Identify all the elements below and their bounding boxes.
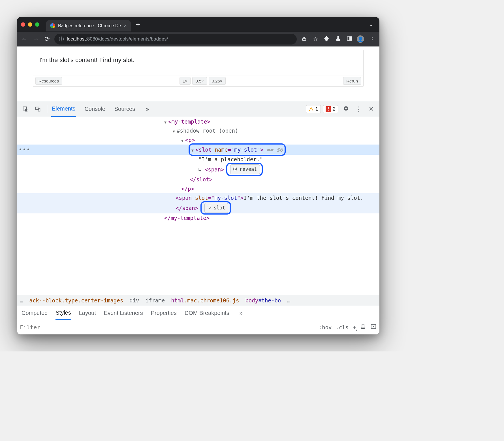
browser-window: Badges reference - Chrome De × + ⌄ ← → ⟳… (17, 17, 379, 334)
styles-filter-row: :hov .cls +▾ (17, 320, 379, 334)
svg-rect-2 (350, 37, 352, 40)
devtools-menu-icon[interactable]: ⋮ (353, 105, 364, 113)
subtab-dom-breakpoints[interactable]: DOM Breakpoints (185, 306, 229, 320)
warnings-count: 1 (315, 106, 318, 112)
tab-console[interactable]: Console (84, 101, 106, 117)
zoom-025x-button[interactable]: 0.25× (209, 77, 226, 85)
demo-footer: Resources 1× 0.5× 0.25× Rerun (33, 75, 363, 86)
url-input[interactable]: ⓘ localhost:8080/docs/devtools/elements/… (54, 34, 297, 44)
crumb-item[interactable]: html.mac.chrome106.js (171, 297, 239, 304)
row-actions-icon[interactable]: ••• (19, 145, 31, 154)
highlight-ring: reveal (227, 164, 262, 175)
crumb-overflow-right[interactable]: … (287, 297, 290, 304)
dom-row-slot-close[interactable]: </slot> (17, 175, 379, 184)
page-viewport: I'm the slot's content! Find my slot. Re… (17, 46, 379, 87)
share-icon[interactable] (300, 36, 308, 43)
new-style-rule-icon[interactable]: +▾ (353, 324, 356, 331)
dom-row-placeholder-text[interactable]: "I'm a placeholder." (17, 155, 379, 164)
site-info-icon[interactable]: ⓘ (59, 36, 64, 43)
toggle-sidebar-icon[interactable] (370, 323, 377, 331)
devtools-close-icon[interactable]: ✕ (366, 105, 376, 113)
back-button[interactable]: ← (20, 35, 28, 43)
reveal-target-icon (233, 167, 238, 172)
subtab-styles[interactable]: Styles (55, 306, 71, 320)
device-toggle-icon[interactable] (33, 104, 43, 114)
crumb-item[interactable]: div (129, 297, 139, 304)
slot-target-icon (208, 206, 212, 210)
dom-row-shadow-root[interactable]: ▼#shadow-root (open) (17, 126, 379, 135)
dom-row-span-slotted[interactable]: <span slot="my-slot">I'm the slot's cont… (17, 193, 379, 213)
rerun-button[interactable]: Rerun (343, 77, 361, 85)
chrome-favicon-icon (50, 23, 55, 28)
tab-elements[interactable]: Elements (51, 101, 76, 117)
expand-caret-icon[interactable]: ▼ (164, 119, 168, 126)
crumb-item[interactable]: iframe (146, 297, 165, 304)
slot-badge[interactable]: slot (204, 203, 228, 213)
crumb-overflow-left[interactable]: … (20, 297, 23, 304)
highlight-ring: slot (202, 202, 230, 213)
fullscreen-button[interactable] (35, 22, 39, 27)
hov-toggle[interactable]: :hov (319, 324, 332, 330)
dom-tree[interactable]: ▼<my-template> ▼#shadow-root (open) ▼<p>… (17, 117, 379, 295)
labs-flask-icon[interactable] (334, 36, 342, 43)
dom-breadcrumb[interactable]: … ack--block.type.center-images div ifra… (17, 295, 379, 306)
tabs-dropdown-icon[interactable]: ⌄ (367, 21, 375, 27)
crumb-item[interactable]: ack--block.type.center-images (29, 297, 123, 304)
browser-tab[interactable]: Badges reference - Chrome De × (46, 20, 131, 31)
url-port: :8080 (86, 36, 98, 42)
new-tab-button[interactable]: + (134, 20, 142, 29)
browser-menu-icon[interactable]: ⋮ (368, 36, 376, 43)
devtools-toolbar: Elements Console Sources » 1 ! 2 ⋮ ✕ (17, 101, 379, 117)
extensions-puzzle-icon[interactable] (323, 36, 331, 43)
demo-body-text: I'm the slot's content! Find my slot. (33, 50, 363, 75)
devtools-panel: Elements Console Sources » 1 ! 2 ⋮ ✕ (17, 101, 379, 334)
tab-strip: Badges reference - Chrome De × + ⌄ (17, 17, 379, 32)
expand-caret-icon[interactable]: ▼ (191, 147, 195, 154)
minimize-window-button[interactable] (28, 22, 32, 27)
close-window-button[interactable] (21, 22, 25, 27)
highlight-ring: ▼<slot name="my-slot"> == $0 (190, 145, 285, 155)
subtab-properties[interactable]: Properties (151, 306, 177, 320)
demo-frame: I'm the slot's content! Find my slot. Re… (33, 50, 364, 87)
subtab-event-listeners[interactable]: Event Listeners (104, 306, 143, 320)
reload-button[interactable]: ⟳ (43, 35, 51, 43)
dom-row-my-template-close[interactable]: </my-template> (17, 213, 379, 222)
warnings-badge[interactable]: 1 (306, 105, 321, 113)
dom-row-reveal-link[interactable]: ↳ <span> reveal (17, 164, 379, 175)
window-controls (21, 22, 39, 27)
dom-row-p-open[interactable]: ▼<p> (17, 135, 379, 145)
styles-filter-input[interactable] (20, 324, 315, 331)
bookmark-star-icon[interactable]: ☆ (311, 36, 319, 43)
paint-brush-icon[interactable] (360, 323, 366, 331)
resources-button[interactable]: Resources (35, 77, 62, 85)
dom-row-my-template-open[interactable]: ▼<my-template> (17, 117, 379, 126)
subtab-computed[interactable]: Computed (22, 306, 48, 320)
zoom-05x-button[interactable]: 0.5× (192, 77, 207, 85)
close-tab-icon[interactable]: × (124, 23, 127, 29)
devtools-tabs: Elements Console Sources » (51, 101, 151, 117)
styles-subnav: Computed Styles Layout Event Listeners P… (17, 306, 379, 320)
tab-title: Badges reference - Chrome De (58, 23, 121, 28)
more-subtabs-icon[interactable]: » (237, 310, 245, 316)
errors-badge[interactable]: ! 2 (323, 105, 338, 113)
zoom-1x-button[interactable]: 1× (180, 77, 191, 85)
dom-row-slot-open[interactable]: ••• ▼<slot name="my-slot"> == $0 (17, 145, 379, 155)
expand-caret-icon[interactable]: ▼ (181, 138, 185, 144)
profile-avatar-icon[interactable]: 👤 (357, 35, 365, 43)
dom-row-p-close[interactable]: </p> (17, 184, 379, 193)
more-tabs-icon[interactable]: » (144, 106, 151, 112)
inspect-element-icon[interactable] (20, 104, 31, 114)
zoom-controls: 1× 0.5× 0.25× (180, 77, 226, 85)
url-host: localhost (67, 36, 86, 42)
forward-button[interactable]: → (32, 35, 40, 43)
url-path: /docs/devtools/elements/badges/ (98, 36, 168, 42)
subtab-layout[interactable]: Layout (79, 306, 96, 320)
errors-count: 2 (333, 106, 336, 112)
reveal-badge[interactable]: reveal (230, 164, 260, 174)
reading-list-panel-icon[interactable] (345, 36, 353, 43)
tab-sources[interactable]: Sources (114, 101, 136, 117)
crumb-item[interactable]: body#the-bo (245, 297, 281, 304)
settings-gear-icon[interactable] (340, 105, 351, 113)
cls-toggle[interactable]: .cls (336, 324, 349, 330)
expand-caret-icon[interactable]: ▼ (173, 128, 177, 135)
